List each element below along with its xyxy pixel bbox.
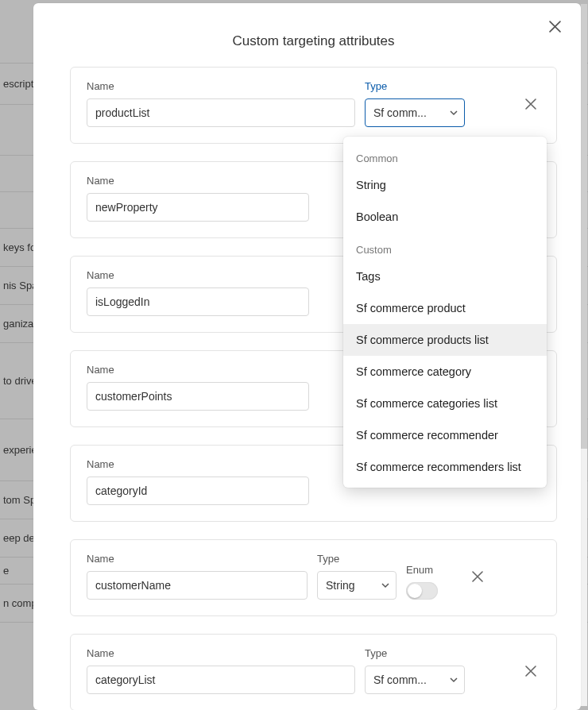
dropdown-group-label: Custom [343,233,547,260]
attribute-name-input[interactable] [87,477,309,505]
toggle-knob [408,584,422,598]
attribute-name-input[interactable] [87,382,309,411]
dropdown-group-label: Common [343,141,547,169]
attribute-name-input[interactable] [87,98,355,127]
targeting-attributes-modal: Custom targeting attributes Name Type Sf… [33,3,581,710]
modal-close-button[interactable] [546,17,563,35]
dropdown-option-sf-category[interactable]: Sf commerce category [343,356,547,388]
attribute-name-input[interactable] [87,287,309,316]
close-icon [525,98,536,110]
type-field: Type String [317,553,397,600]
type-field: Type Sf comm... [365,80,465,127]
dropdown-option-boolean[interactable]: Boolean [343,201,547,233]
type-label: Type [365,80,465,92]
type-label: Type [317,553,397,565]
page-scrollbar-thumb[interactable] [581,4,587,449]
name-label: Name [87,80,355,92]
remove-attribute-button[interactable] [468,567,487,586]
type-select[interactable]: String [317,571,397,600]
attribute-card: Name Type Sf comm... [70,67,557,144]
enum-label: Enum [406,564,458,576]
attribute-card: Name Type String Enum [70,539,557,616]
name-field: Name [87,80,355,127]
name-label: Name [87,647,355,659]
chevron-down-icon [450,676,458,684]
page-scrollbar-track[interactable] [581,4,587,706]
close-icon [549,21,561,33]
attribute-name-input[interactable] [87,193,309,222]
dropdown-option-sf-products-list[interactable]: Sf commerce products list [343,324,547,356]
chevron-down-icon [381,581,389,589]
enum-toggle[interactable] [406,582,438,600]
name-field: Name [87,647,355,694]
type-dropdown: Common String Boolean Custom Tags Sf com… [343,137,547,488]
dropdown-option-tags[interactable]: Tags [343,260,547,292]
dropdown-option-sf-recommenders-list[interactable]: Sf commerce recommenders list [343,451,547,483]
name-label: Name [87,553,308,565]
name-field: Name [87,553,308,600]
modal-title: Custom targeting attributes [70,16,557,67]
remove-attribute-button[interactable] [521,662,540,681]
type-select[interactable]: Sf comm... [365,98,465,127]
close-icon [525,666,536,677]
dropdown-option-sf-categories-list[interactable]: Sf commerce categories list [343,388,547,419]
dropdown-option-sf-recommender[interactable]: Sf commerce recommender [343,419,547,451]
close-icon [472,571,483,582]
attribute-name-input[interactable] [87,571,308,600]
attribute-card: Name Type Sf comm... [70,634,557,710]
type-label: Type [365,647,465,659]
remove-attribute-button[interactable] [521,95,540,114]
chevron-down-icon [450,109,458,117]
type-field: Type Sf comm... [365,647,465,694]
dropdown-option-sf-product[interactable]: Sf commerce product [343,292,547,324]
dropdown-option-string[interactable]: String [343,169,547,201]
type-select[interactable]: Sf comm... [365,666,465,694]
attribute-name-input[interactable] [87,666,355,694]
enum-field: Enum [406,564,458,600]
